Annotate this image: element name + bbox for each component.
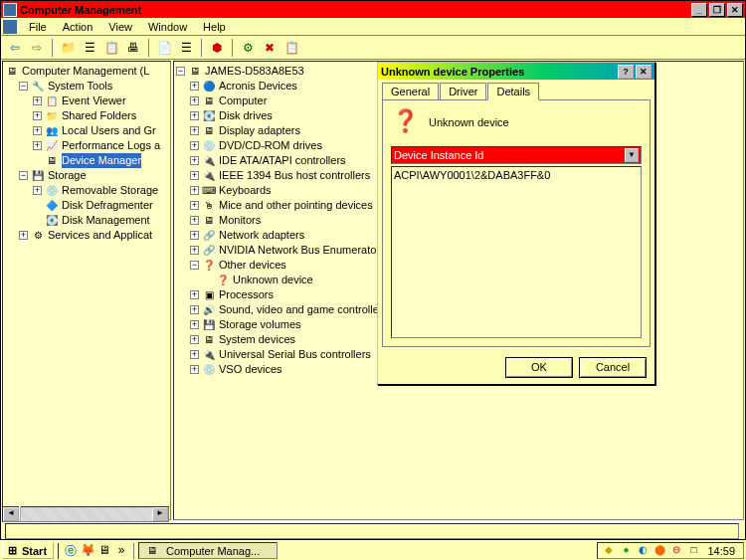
ie-icon[interactable]: ⓔ [63,543,79,559]
sys-icon[interactable] [3,20,17,34]
desktop-icon[interactable]: 🖥 [96,543,112,559]
instance-id-value[interactable]: ACPI\AWY0001\2&DABA3FF&0 [394,169,639,181]
property-combo[interactable]: Device Instance Id ▼ [391,146,642,164]
print-button[interactable]: 🖶 [123,38,143,58]
ok-button[interactable]: OK [505,357,573,378]
more-icon[interactable]: » [113,543,129,559]
task-compmgmt[interactable]: 🖥 Computer Manag... [138,542,278,559]
tree-shared[interactable]: +📁Shared Folders [5,108,168,123]
help-button[interactable]: ⬢ [207,38,227,58]
expand-icon[interactable]: + [190,350,199,359]
menu-window[interactable]: Window [140,19,195,35]
tree-users[interactable]: +👥Local Users and Gr [5,123,168,138]
props-button[interactable]: ☰ [80,38,99,58]
collapse-icon[interactable]: − [176,67,185,76]
minimize-button[interactable]: _ [691,3,707,17]
disk-icon: 💽 [45,214,59,227]
expand-icon[interactable]: + [33,186,42,195]
menu-help[interactable]: Help [195,19,234,35]
collapse-icon[interactable]: − [19,171,28,180]
collapse-icon[interactable]: − [19,82,28,91]
tray-icon-5[interactable]: ⊖ [669,544,683,558]
titlebar[interactable]: Computer Management _ ❐ ✕ [1,1,745,18]
expand-icon[interactable]: + [190,126,199,135]
expand-icon[interactable]: + [190,335,199,344]
collapse-icon[interactable]: − [190,261,199,270]
update-button[interactable]: 📋 [281,38,301,58]
tree-services[interactable]: +⚙Services and Applicat [5,228,168,243]
expand-icon[interactable]: + [190,156,199,165]
expand-icon[interactable]: + [190,246,199,255]
tab-driver[interactable]: Driver [440,83,486,99]
expand-icon[interactable]: + [33,141,42,150]
tab-general[interactable]: General [382,83,439,99]
expand-icon[interactable]: + [190,201,199,210]
removable-icon: 💿 [45,184,59,197]
expand-icon[interactable]: + [190,216,199,225]
tray-icon-2[interactable]: ● [619,544,633,558]
scroll-right-button[interactable]: ► [152,507,168,520]
expand-icon[interactable]: + [190,290,199,299]
tree-event[interactable]: +📋Event Viewer [5,93,168,108]
tree-perf[interactable]: +📈Performance Logs a [5,138,168,153]
scroll-left-button[interactable]: ◄ [3,507,19,520]
expand-icon[interactable]: + [33,111,42,120]
menu-file[interactable]: File [21,19,55,35]
close-button[interactable]: ✕ [727,3,743,17]
clock[interactable]: 14:59 [703,545,739,557]
expand-icon[interactable]: + [190,365,199,374]
dialog-close-button[interactable]: ✕ [636,65,652,79]
dropdown-icon[interactable]: ▼ [625,148,639,162]
tree-defrag[interactable]: 🔷Disk Defragmenter [5,198,168,213]
tray-icon-3[interactable]: ◐ [636,544,650,558]
menu-action[interactable]: Action [55,19,101,35]
expand-icon[interactable]: + [190,82,199,91]
tree-diskmgmt[interactable]: 💽Disk Management [5,213,168,228]
tree-devmgr[interactable]: 🖥Device Manager [5,153,168,168]
scope-pane[interactable]: 🖥Computer Management (L −🔧System Tools +… [2,61,171,520]
expand-icon[interactable]: + [190,111,199,120]
view-button[interactable]: 📋 [101,38,121,58]
computer-icon: 🖥 [202,94,216,107]
expand-icon[interactable]: + [190,96,199,105]
tray-icon-4[interactable]: ⬤ [653,544,666,558]
properties-dialog[interactable]: Unknown device Properties ? ✕ General Dr… [377,62,655,385]
value-listbox[interactable]: ACPI\AWY0001\2&DABA3FF&0 [391,166,642,338]
tray-icon-1[interactable]: ◆ [602,544,616,558]
uninstall-button[interactable]: ✖ [260,38,280,58]
tree-systools[interactable]: −🔧System Tools [5,79,168,93]
expand-icon[interactable]: + [190,141,199,150]
tree-storage[interactable]: −💾Storage [5,168,168,183]
menu-view[interactable]: View [100,19,140,35]
vso-icon: 💿 [202,363,216,376]
refresh-button[interactable]: 📄 [154,38,174,58]
expand-icon[interactable]: + [190,186,199,195]
scan-button[interactable]: ⚙ [238,38,258,58]
dialog-titlebar[interactable]: Unknown device Properties ? ✕ [378,63,654,80]
tray-icon-6[interactable]: □ [686,544,700,558]
firefox-icon[interactable]: 🦊 [80,543,95,559]
window-title: Computer Management [20,4,141,16]
forward-button[interactable]: ⇨ [27,38,47,58]
up-button[interactable]: 📁 [58,38,78,58]
tab-details[interactable]: Details [487,83,539,100]
tree-root[interactable]: 🖥Computer Management (L [5,64,168,79]
left-hscroll[interactable]: ◄ ► [2,506,169,520]
expand-icon[interactable]: + [190,320,199,329]
expand-icon[interactable]: + [190,171,199,180]
maximize-button[interactable]: ❐ [709,3,725,17]
export-button[interactable]: ☰ [176,38,196,58]
result-pane[interactable]: −🖥JAMES-D583A8E53 +🔵Acronis Devices +🖥Co… [173,61,744,520]
start-button[interactable]: ⊞ Start [2,542,54,559]
expand-icon[interactable]: + [190,305,199,314]
cpu-icon: ▣ [202,288,216,301]
expand-icon[interactable]: + [33,126,42,135]
expand-icon[interactable]: + [19,231,28,240]
toolbar: ⇦ ⇨ 📁 ☰ 📋 🖶 📄 ☰ ⬢ ⚙ ✖ 📋 [1,36,745,60]
expand-icon[interactable]: + [190,231,199,240]
dialog-help-button[interactable]: ? [618,65,634,79]
tree-removable[interactable]: +💿Removable Storage [5,183,168,198]
back-button[interactable]: ⇦ [5,38,25,58]
expand-icon[interactable]: + [33,96,42,105]
cancel-button[interactable]: Cancel [579,357,647,378]
